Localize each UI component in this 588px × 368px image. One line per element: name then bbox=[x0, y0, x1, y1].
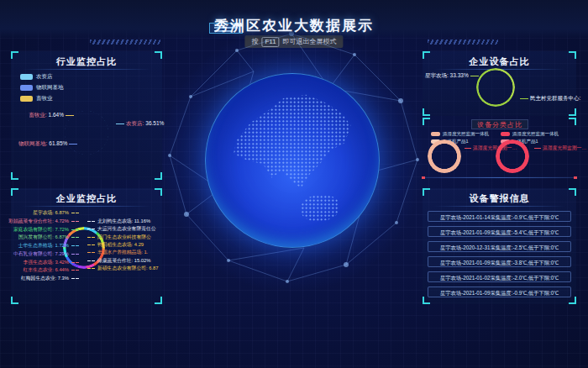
alarm-row: 星宇农场-2020-12-31采集温度:-2.5℃,低于下限:0℃ bbox=[428, 241, 571, 252]
chart-label: 士华生态养殖场: 1.72% bbox=[18, 244, 75, 249]
legend-swatch bbox=[20, 74, 33, 80]
legend-label: 温湿度光照监测一体机 bbox=[512, 131, 559, 137]
alarm-row: 星宇农场-2021-01-14采集温度:-0.9℃,低于下限:0℃ bbox=[428, 211, 571, 222]
device-class-left-donut[interactable] bbox=[428, 139, 461, 173]
chart-label: 大运河生态农业有限责任公 bbox=[92, 227, 156, 232]
chart-label: 绿康蔬菜合作社: 15.02% bbox=[92, 259, 150, 264]
chart-label-right: 民主村党群服务中心: bbox=[518, 95, 580, 103]
industry-panel-title: 行业监控占比 bbox=[11, 55, 162, 68]
alarm-row: 星宇农场-2021-01-09采集温度:-3.8℃,低于下限:0℃ bbox=[428, 256, 571, 267]
chart-label: 李强生态农场: 3.42% bbox=[24, 260, 75, 265]
industry-legend: 农资店 物联网基地 畜牧业 bbox=[20, 73, 64, 106]
chart-label: 鸭田稻生态农场: 4.29 bbox=[92, 243, 144, 248]
page-title: 秀洲区农业大数据展示 bbox=[0, 16, 588, 35]
industry-panel: 行业监控占比 农资店 物联网基地 畜牧业 畜牧业:1.64% 农资店:36.51… bbox=[11, 51, 162, 180]
title-underline bbox=[433, 206, 565, 207]
legend-swatch bbox=[20, 85, 33, 91]
chart-label-husbandry: 畜牧业:1.64% bbox=[15, 112, 76, 119]
chart-label: 国兴发有限公司: 6.87% bbox=[18, 235, 75, 240]
chart-label: 北刘鸭生态农场: 11.16% bbox=[92, 219, 150, 224]
enterprise-left-labels: 星宇农场: 6.87% 彩娟蔬菜专业合作社: 4.72% 家庭农场有限公司: 7… bbox=[14, 211, 75, 281]
device-class-section: 设备分类占比 温湿度光照监测一体机 一体机产品1 温湿度光照监测一… 温湿度光照… bbox=[423, 118, 576, 178]
alarm-row: 星宇农场-2021-01-09采集温度:-5.4℃,低于下限:0℃ bbox=[428, 226, 571, 237]
globe-continent-small bbox=[301, 195, 339, 221]
divider-tick bbox=[574, 176, 577, 179]
chart-label: 丰源水产养殖精品场: 1. bbox=[92, 250, 148, 255]
chart-label-left: 星宇农场: 33.33% bbox=[425, 72, 473, 80]
legend-item[interactable]: 温湿度光照监测一体机 bbox=[431, 131, 489, 137]
equipment-panel: 企业设备占比 星宇农场: 33.33% 民主村党群服务中心: bbox=[423, 51, 576, 116]
enterprise-right-labels: 北刘鸭生态农场: 11.16% 大运河生态农业有限责任公 阳门生态农业科技有限公… bbox=[92, 219, 162, 271]
chart-label: 红丰生态农业: 6.44% bbox=[24, 268, 75, 273]
device-class-title: 设备分类占比 bbox=[471, 119, 528, 129]
legend-swatch bbox=[431, 132, 440, 136]
divider-tick bbox=[422, 176, 425, 179]
chart-label: 中石乳业有限公司: 7.29% bbox=[13, 252, 75, 257]
legend-label: 畜牧业 bbox=[36, 95, 53, 103]
alarm-panel-title: 设备警报信息 bbox=[423, 192, 576, 205]
header-bar: 秀洲区农业大数据展示 bbox=[0, 0, 588, 39]
legend-item[interactable]: 畜牧业 bbox=[20, 95, 64, 103]
legend-swatch bbox=[20, 96, 33, 102]
legend-label: 温湿度光照监测一体机 bbox=[443, 131, 489, 137]
section-divider bbox=[423, 177, 576, 178]
device-class-right-callout: 温湿度光照监测一… bbox=[534, 145, 586, 152]
chart-label: 星宇农场: 6.87% bbox=[33, 211, 75, 216]
globe-continent bbox=[206, 74, 379, 247]
chart-label-store: 农资店:36.51% bbox=[114, 120, 164, 128]
legend-item[interactable]: 农资店 bbox=[20, 73, 64, 81]
header-hatch-left bbox=[90, 39, 160, 45]
equipment-panel-title: 企业设备占比 bbox=[423, 55, 576, 68]
chart-label: 阳门生态农业科技有限公 bbox=[92, 235, 151, 240]
chart-label: 彩娟蔬菜专业合作社: 4.72% bbox=[8, 219, 75, 224]
chart-label: 新硕生态农业有限公司: 6.87 bbox=[92, 266, 158, 271]
header-hatch-right bbox=[428, 39, 498, 45]
equipment-donut-chart[interactable] bbox=[476, 68, 515, 107]
globe bbox=[205, 73, 380, 248]
device-class-right-donut[interactable] bbox=[496, 139, 529, 173]
enterprise-panel: 企业监控占比 星宇农场: 6.87% 彩娟蔬菜专业合作社: 4.72% 家庭农场… bbox=[11, 188, 162, 304]
title-underline bbox=[22, 69, 152, 70]
alarm-panel: 设备警报信息 星宇农场-2021-01-14采集温度:-0.9℃,低于下限:0℃… bbox=[423, 188, 576, 304]
legend-label: 农资店 bbox=[36, 73, 53, 81]
alarm-row: 星宇农场-2021-01-02采集温度:-2.0℃,低于下限:0℃ bbox=[428, 271, 571, 282]
legend-item[interactable]: 物联网基地 bbox=[20, 84, 64, 92]
legend-item[interactable]: 温湿度光照监测一体机 bbox=[501, 131, 559, 137]
chart-label: 家庭农场有限公司: 7.72% bbox=[13, 228, 75, 233]
dashboard: 秀洲区农业大数据展示 按F11即可退出全屏模式 行业监控占比 农资店 物联网基地… bbox=[0, 0, 588, 368]
legend-swatch bbox=[501, 132, 510, 136]
enterprise-panel-title: 企业监控占比 bbox=[11, 192, 162, 205]
legend-label: 物联网基地 bbox=[36, 84, 64, 92]
title-underline bbox=[22, 206, 152, 207]
chart-label-iot: 物联网基地:61.85% bbox=[18, 140, 79, 148]
chart-label: 红梅园生态农业: 7.3% bbox=[21, 276, 75, 281]
alarm-row: 星宇农场-2021-01-09采集温度:-0.9℃,低于下限:0℃ bbox=[428, 287, 571, 297]
